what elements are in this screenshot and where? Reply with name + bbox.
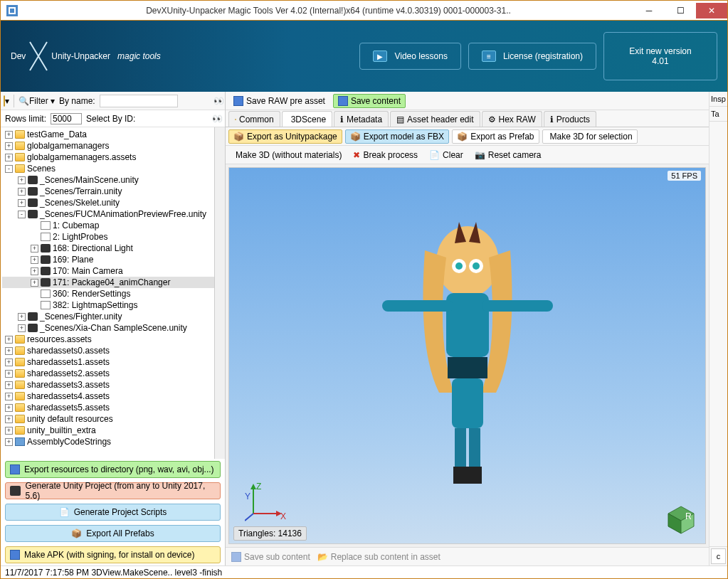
inspector-tab[interactable]: Insp xyxy=(709,92,727,107)
folder-open-icon[interactable]: ▾ xyxy=(4,96,9,106)
tree-toggle[interactable]: + xyxy=(5,142,13,150)
export-unitypackage-button[interactable]: 📦Export as Unitypackage xyxy=(228,129,342,144)
rows-limit-input[interactable] xyxy=(51,113,82,124)
tree-node[interactable]: 2: LightProbes xyxy=(2,231,215,243)
export-fbx-button[interactable]: 📦Export model as FBX xyxy=(345,129,449,144)
tree-node[interactable]: +sharedassets4.assets xyxy=(2,391,215,402)
break-process-button[interactable]: ✖Break process xyxy=(349,148,422,162)
clear-button[interactable]: 📄Clear xyxy=(425,148,468,162)
filter-dropdown[interactable]: 🔍Filter ▾ xyxy=(19,96,55,106)
tree-node[interactable]: +_Scenes/Fighter.unity xyxy=(2,311,215,322)
license-button[interactable]: ≡ License (registration) xyxy=(468,43,596,70)
tab-asset-header[interactable]: ▤Asset header edit xyxy=(390,111,480,127)
tree-node[interactable]: +sharedassets0.assets xyxy=(2,345,215,356)
reset-camera-button[interactable]: 📷Reset camera xyxy=(470,148,546,162)
tab-hex-raw[interactable]: ⚙Hex RAW xyxy=(482,111,542,127)
tree-toggle[interactable]: + xyxy=(5,415,13,423)
tab-products[interactable]: ℹProducts xyxy=(544,111,596,127)
tree-label: 169: Plane xyxy=(53,255,93,265)
tab-metadata[interactable]: ℹMetadata xyxy=(334,111,389,127)
close-button[interactable]: ✕ xyxy=(696,3,727,18)
3d-viewport[interactable]: 51 FPS Triangles: 14136 Z Y X R xyxy=(228,167,706,544)
tree-toggle[interactable]: + xyxy=(18,188,26,196)
byname-input[interactable] xyxy=(100,95,178,107)
c-button[interactable]: c xyxy=(711,548,726,564)
tree-node[interactable]: +resources.assets xyxy=(2,334,215,345)
tree-toggle[interactable]: + xyxy=(18,176,26,184)
tree-node[interactable]: 1: Cubemap xyxy=(2,220,215,231)
tree-node[interactable]: +168: Directional Light xyxy=(2,243,215,254)
tree-toggle[interactable]: + xyxy=(5,336,13,344)
maximize-button[interactable]: ☐ xyxy=(665,3,696,18)
tree-node[interactable]: +_Scenes/Skelet.unity xyxy=(2,197,215,208)
tree-node[interactable]: 382: LightmapSettings xyxy=(2,299,215,311)
folder-icon xyxy=(15,153,25,161)
axis-gizmo: Z Y X xyxy=(245,482,287,522)
tree-toggle[interactable]: + xyxy=(18,313,26,321)
tree-toggle[interactable]: + xyxy=(5,393,13,400)
generate-unity-project-button[interactable]: Generate Unity Project (from any to Unit… xyxy=(5,482,221,499)
svg-marker-4 xyxy=(250,484,256,489)
search-id-icon[interactable]: 👀 xyxy=(212,114,221,124)
tree-toggle[interactable]: + xyxy=(5,347,13,355)
tree-toggle[interactable]: - xyxy=(5,165,13,173)
tree-toggle[interactable]: + xyxy=(31,267,38,275)
make-3d-nomaterials-button[interactable]: Make 3D (without materials) xyxy=(228,148,346,162)
tree-node[interactable]: +_Scenes/MainScene.unity xyxy=(2,174,215,186)
make-apk-button[interactable]: Make APK (with signing, for install on d… xyxy=(5,546,221,563)
tree-toggle[interactable]: + xyxy=(5,404,13,412)
save-sub-content-button[interactable]: Save sub content xyxy=(231,552,310,562)
tree-node[interactable]: +testGame_Data xyxy=(2,129,215,140)
tree-toggle[interactable]: - xyxy=(18,211,26,218)
save-content-button[interactable]: Save content xyxy=(333,94,406,108)
tree-node[interactable]: +170: Main Camera xyxy=(2,265,215,277)
video-lessons-button[interactable]: ▶ Video lessons xyxy=(359,43,461,70)
unity-icon xyxy=(41,244,51,253)
tree-node[interactable]: +sharedassets2.assets xyxy=(2,368,215,379)
tree-node[interactable]: +_Scenes/Terrain.unity xyxy=(2,186,215,197)
new-version-button[interactable]: Exit new version 4.01 xyxy=(603,32,717,80)
tree-toggle[interactable]: + xyxy=(31,279,38,287)
tree-node[interactable]: +AssemblyCodeStrings xyxy=(2,436,215,447)
tree-node[interactable]: +globalgamemanagers xyxy=(2,140,215,152)
make-3d-selection-button[interactable]: Make 3D for selection xyxy=(542,129,638,144)
tree-node[interactable]: +sharedassets3.assets xyxy=(2,379,215,391)
tree-toggle[interactable]: + xyxy=(18,199,26,207)
tree-toggle[interactable]: + xyxy=(5,358,13,366)
tree-toggle[interactable]: + xyxy=(5,131,13,139)
tree-toggle[interactable]: + xyxy=(5,381,13,389)
export-prefab-button[interactable]: 📦Export as Prefab xyxy=(452,129,539,144)
tree-node[interactable]: 360: RenderSettings xyxy=(2,288,215,299)
tree-toggle[interactable]: + xyxy=(5,370,13,378)
export-resources-button[interactable]: Export resources to directory (png, wav,… xyxy=(5,461,221,478)
tree-toggle[interactable]: + xyxy=(5,154,13,161)
asset-tree[interactable]: +testGame_Data+globalgamemanagers+global… xyxy=(1,127,225,459)
export-prefabs-button[interactable]: 📦 Export All Prefabs xyxy=(5,525,221,542)
tree-node[interactable]: +unity_builtin_extra xyxy=(2,425,215,436)
tree-node[interactable]: +globalgamemanagers.assets xyxy=(2,152,215,163)
tree-node[interactable]: +sharedassets5.assets xyxy=(2,402,215,413)
tree-node[interactable]: -Scenes xyxy=(2,163,215,174)
generate-scripts-button[interactable]: 📄 Generate Project Scripts xyxy=(5,504,221,521)
tree-node[interactable]: -_Scenes/FUCMAnimationPreviewFree.unity xyxy=(2,208,215,220)
tree-toggle[interactable]: + xyxy=(5,438,13,446)
minimize-button[interactable]: ─ xyxy=(633,3,665,18)
doc-icon xyxy=(41,290,51,298)
ta-tab[interactable]: Ta xyxy=(709,107,727,122)
search-icon[interactable]: 👀 xyxy=(213,96,222,106)
tree-toggle[interactable]: + xyxy=(18,324,26,332)
tab-3dscene[interactable]: 3DScene xyxy=(282,111,332,127)
tree-toggle[interactable]: + xyxy=(31,245,38,253)
tree-node[interactable]: +171: Package04_animChanger xyxy=(2,277,215,288)
save-raw-button[interactable]: Save RAW pre asset xyxy=(228,94,330,108)
tree-toggle[interactable]: + xyxy=(31,256,38,264)
nav-cube[interactable]: R xyxy=(665,504,697,535)
tree-node[interactable]: +169: Plane xyxy=(2,254,215,265)
tree-node[interactable]: +unity default resources xyxy=(2,413,215,425)
tree-node[interactable]: +_Scenes/Xia-Chan SampleScene.unity xyxy=(2,322,215,334)
tree-label: 168: Directional Light xyxy=(53,243,133,253)
tree-node[interactable]: +sharedassets1.assets xyxy=(2,356,215,368)
tree-toggle[interactable]: + xyxy=(5,427,13,435)
replace-sub-content-button[interactable]: 📂Replace sub content in asset xyxy=(317,552,441,562)
tab-common[interactable]: Common xyxy=(228,111,280,127)
